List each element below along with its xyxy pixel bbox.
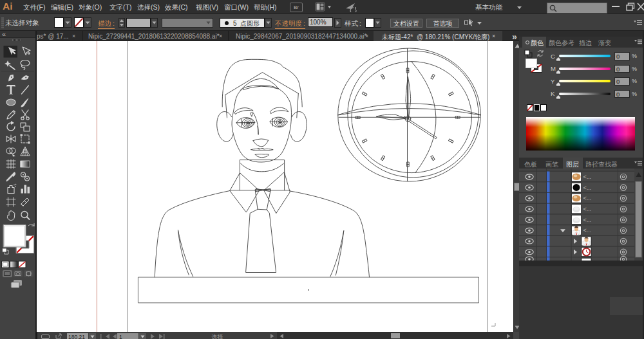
svg-text:<...: <...: [583, 185, 592, 191]
svg-text:<...: <...: [583, 206, 592, 212]
svg-text:<...: <...: [583, 174, 592, 180]
svg-text:<...: <...: [583, 227, 592, 234]
svg-text:<...: <...: [583, 195, 592, 201]
svg-text:<...: <...: [583, 217, 592, 223]
